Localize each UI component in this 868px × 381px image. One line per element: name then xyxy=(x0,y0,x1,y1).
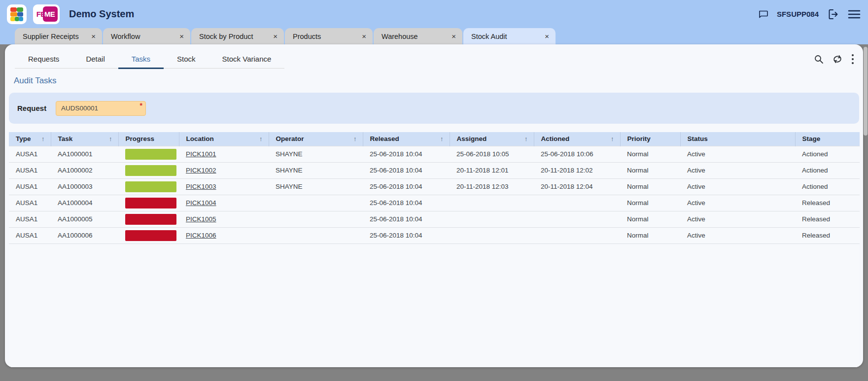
sort-asc-icon[interactable]: ↑ xyxy=(524,135,528,142)
progress-bar xyxy=(125,181,176,192)
close-icon[interactable]: × xyxy=(451,32,456,40)
col-header-location[interactable]: Location↑ xyxy=(179,132,269,146)
logout-icon[interactable] xyxy=(827,8,839,21)
close-icon[interactable]: × xyxy=(91,32,96,40)
close-icon[interactable]: × xyxy=(273,32,278,40)
tab-products[interactable]: Products × xyxy=(285,28,373,44)
progress-bar xyxy=(125,165,176,176)
subtab-row: Requests Detail Tasks Stock Stock Varian… xyxy=(15,49,854,69)
tab-label: Workflow xyxy=(111,33,140,40)
request-field-label: Request xyxy=(17,104,47,112)
table-row[interactable]: AUSA1 AA1000001 PICK1001 SHAYNE 25-06-20… xyxy=(9,146,860,162)
toolbar-icons xyxy=(814,54,854,65)
subtab-requests[interactable]: Requests xyxy=(15,49,72,69)
location-link[interactable]: PICK1002 xyxy=(186,167,216,174)
close-icon[interactable]: × xyxy=(362,32,366,40)
tab-workflow[interactable]: Workflow × xyxy=(103,28,190,44)
app-logo xyxy=(7,4,27,24)
col-header-status[interactable]: Status xyxy=(680,132,795,146)
subtab-tasks[interactable]: Tasks xyxy=(118,49,164,69)
request-panel: Request * xyxy=(9,93,859,124)
window-vertical-scrollbar[interactable] xyxy=(864,47,868,136)
table-row[interactable]: AUSA1 AA1000003 PICK1003 SHAYNE 25-06-20… xyxy=(9,178,860,195)
sort-asc-icon[interactable]: ↑ xyxy=(353,135,357,142)
progress-bar xyxy=(125,198,176,208)
required-marker: * xyxy=(140,102,142,109)
location-link[interactable]: PICK1005 xyxy=(186,215,216,223)
progress-bar xyxy=(125,214,176,225)
col-header-progress[interactable]: Progress xyxy=(118,132,179,146)
menu-icon[interactable] xyxy=(847,9,861,20)
location-link[interactable]: PICK1001 xyxy=(186,150,216,158)
header-top-row: FE ME Demo System SFSUPP084 xyxy=(0,0,868,28)
sort-asc-icon[interactable]: ↑ xyxy=(41,135,45,142)
tab-label: Stock by Product xyxy=(199,33,253,40)
section-title: Audit Tasks xyxy=(14,76,863,86)
subtab-stock-variance[interactable]: Stock Variance xyxy=(209,49,285,69)
request-input-wrap: * xyxy=(56,101,146,116)
col-header-type[interactable]: Type↑ xyxy=(9,132,51,146)
more-options-icon[interactable] xyxy=(851,54,854,65)
feme-logo: FE ME xyxy=(33,4,60,24)
subtab-strip: Requests Detail Tasks Stock Stock Varian… xyxy=(15,49,284,69)
close-icon[interactable]: × xyxy=(545,32,549,40)
col-header-operator[interactable]: Operator↑ xyxy=(269,132,363,146)
subtab-detail[interactable]: Detail xyxy=(72,49,118,69)
tab-label: Supplier Receipts xyxy=(23,33,79,40)
header-right-group: SFSUPP084 xyxy=(758,8,861,21)
progress-bar xyxy=(125,149,176,160)
close-icon[interactable]: × xyxy=(179,32,184,40)
location-link[interactable]: PICK1004 xyxy=(186,199,216,207)
col-header-stage[interactable]: Stage xyxy=(795,132,860,146)
sort-asc-icon[interactable]: ↑ xyxy=(259,135,263,142)
tab-stock-audit[interactable]: Stock Audit × xyxy=(463,28,556,44)
tab-bar: Supplier Receipts × Workflow × Stock by … xyxy=(15,28,556,44)
page-title: Demo System xyxy=(69,8,134,20)
feme-logo-text-left: FE xyxy=(36,10,45,18)
subtab-stock[interactable]: Stock xyxy=(164,49,209,69)
col-header-released[interactable]: Released↑ xyxy=(363,132,450,146)
sort-asc-icon[interactable]: ↑ xyxy=(440,135,444,142)
rainbow-s-logo-icon xyxy=(9,7,24,22)
col-header-task[interactable]: Task↑ xyxy=(51,132,118,146)
tab-label: Warehouse xyxy=(382,33,418,40)
app-header: FE ME Demo System SFSUPP084 xyxy=(0,0,868,44)
col-header-actioned[interactable]: Actioned↑ xyxy=(534,132,620,146)
user-id-label: SFSUPP084 xyxy=(777,10,819,18)
location-link[interactable]: PICK1006 xyxy=(186,232,216,239)
refresh-icon[interactable] xyxy=(832,54,843,64)
table-row[interactable]: AUSA1 AA1000005 PICK1005 25-06-2018 10:0… xyxy=(9,211,860,227)
tasks-grid: Type↑ Task↑ Progress Location↑ Operator↑… xyxy=(9,132,859,367)
tab-label: Stock Audit xyxy=(471,33,507,40)
tab-warehouse[interactable]: Warehouse × xyxy=(374,28,462,44)
search-icon[interactable] xyxy=(814,54,824,64)
tab-label: Products xyxy=(293,33,321,40)
grid-empty-area xyxy=(9,244,859,368)
location-link[interactable]: PICK1003 xyxy=(186,183,216,190)
table-row[interactable]: AUSA1 AA1000004 PICK1004 25-06-2018 10:0… xyxy=(9,195,860,211)
tab-supplier-receipts[interactable]: Supplier Receipts × xyxy=(15,28,102,44)
progress-bar xyxy=(125,230,176,241)
grid-header-row: Type↑ Task↑ Progress Location↑ Operator↑… xyxy=(9,132,860,146)
chat-icon[interactable] xyxy=(758,9,769,19)
request-input[interactable] xyxy=(56,101,146,116)
table-row[interactable]: AUSA1 AA1000006 PICK1006 25-06-2018 10:0… xyxy=(9,227,860,243)
sort-asc-icon[interactable]: ↑ xyxy=(109,135,112,142)
col-header-priority[interactable]: Priority xyxy=(620,132,680,146)
tab-stock-by-product[interactable]: Stock by Product × xyxy=(191,28,284,44)
table-row[interactable]: AUSA1 AA1000002 PICK1002 SHAYNE 25-06-20… xyxy=(9,162,860,178)
main-content-card: Requests Detail Tasks Stock Stock Varian… xyxy=(5,44,863,367)
col-header-assigned[interactable]: Assigned↑ xyxy=(450,132,534,146)
sort-asc-icon[interactable]: ↑ xyxy=(611,135,614,142)
